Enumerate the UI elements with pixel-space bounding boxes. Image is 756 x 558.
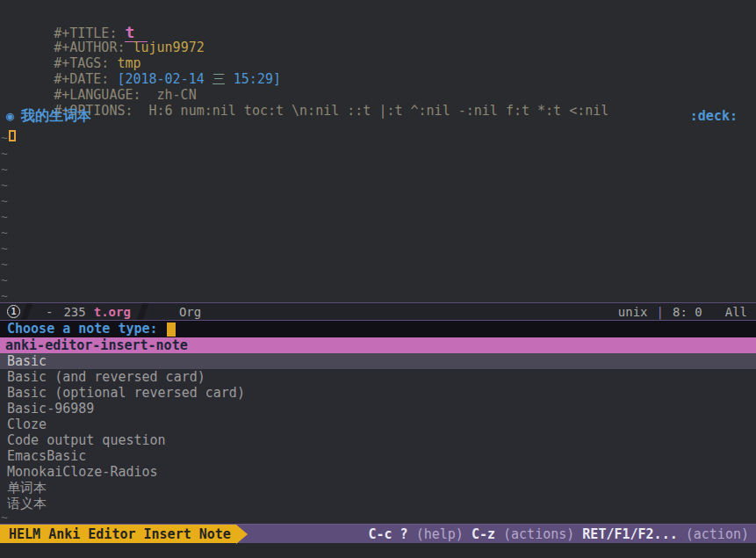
org-buffer-window[interactable]: #+TITLE:t #+AUTHOR:lujun9972 #+TAGS:tmp … [0, 0, 756, 302]
tilde-fringe-icon: ~ [1, 226, 8, 239]
helm-candidate[interactable]: Cloze [0, 417, 756, 432]
helm-mode-title: HELM Anki Editor Insert Note [0, 525, 236, 543]
hint-desc: (actions) [503, 526, 574, 542]
helm-candidate[interactable]: Code output question [0, 432, 756, 448]
helm-key-hints: C-c ? (help) C-z (actions) RET/F1/F2... … [369, 525, 756, 543]
org-keyword: #+AUTHOR: [54, 40, 125, 55]
tilde-fringe-icon: ~ [1, 289, 8, 302]
helm-modeline: HELM Anki Editor Insert Note C-c ? (help… [0, 524, 756, 543]
org-keyword: #+LANGUAGE: [54, 87, 140, 103]
powerline-arrow-icon [236, 525, 248, 544]
helm-prompt[interactable]: Choose a note type: [0, 321, 756, 337]
tilde-fringe-icon: ~ [1, 210, 8, 223]
buffer-size: 235 [63, 305, 85, 319]
buffer-empty-line: ~ [0, 192, 756, 208]
modeline-separator [136, 303, 148, 320]
helm-candidate[interactable]: Basic-96989 [0, 401, 756, 417]
buffer-empty-line: ~ [0, 177, 756, 192]
org-author-value: lujun9972 [133, 40, 204, 55]
helm-candidate-selected[interactable]: Basic [0, 353, 756, 369]
echo-area[interactable] [0, 543, 756, 558]
tilde-fringe-icon: ~ [1, 194, 8, 207]
helm-candidate[interactable]: MonokaiCloze-Radios [0, 464, 756, 480]
buffer-name[interactable]: t.org [94, 305, 131, 319]
tilde-fringe-icon: ~ [1, 147, 8, 160]
buffer-empty-line: ~ [0, 272, 756, 287]
tilde-fringe-icon: ~ [1, 163, 8, 176]
org-options-value: H:6 num:nil toc:t \n:nil ::t |:t ^:nil -… [149, 103, 609, 119]
headline-tag: :deck: [690, 108, 756, 124]
buffer-empty-line: ~ [0, 511, 756, 524]
org-date-value: [2018-02-14 [117, 71, 212, 87]
emacs-frame: #+TITLE:t #+AUTHOR:lujun9972 #+TAGS:tmp … [0, 0, 756, 558]
org-language-value: zh-CN [157, 87, 197, 103]
tilde-fringe-icon: ~ [1, 242, 8, 255]
encoding-indicator[interactable]: unix [618, 305, 648, 319]
hint-key: C-z [472, 526, 495, 542]
text-cursor [9, 130, 16, 141]
helm-candidate[interactable]: EmacsBasic [0, 448, 756, 464]
modeline-divider: | [657, 305, 664, 319]
scroll-position-indicator: All [725, 305, 756, 319]
hint-desc: (action) [686, 526, 749, 542]
org-modeline: 1 - 235 t.org Org unix | 8: 0 All [0, 302, 756, 321]
buffer-empty-line: ~ [0, 256, 756, 272]
helm-prompt-label: Choose a note type: [7, 321, 158, 337]
helm-candidate[interactable]: Basic (and reversed card) [0, 369, 756, 385]
tilde-fringe-icon: ~ [1, 511, 8, 524]
org-tags-value: tmp [117, 55, 140, 71]
buffer-empty-line: ~ [0, 208, 756, 224]
buffer-empty-line: ~ [0, 224, 756, 240]
helm-source-header: anki-editor-insert-note [0, 337, 756, 353]
major-mode[interactable]: Org [179, 305, 201, 319]
org-meta-line-title[interactable]: #+TITLE:t [0, 4, 756, 24]
org-keyword: #+TAGS: [54, 55, 109, 71]
buffer-empty-line: ~ [0, 145, 756, 161]
buffer-empty-line[interactable]: ~ [0, 129, 756, 145]
buffer-empty-line: ~ [0, 240, 756, 256]
modeline-separator [21, 303, 33, 320]
modified-indicator: - [46, 305, 53, 319]
headline-title: 我的生词本 [21, 107, 91, 126]
tilde-fringe-icon: ~ [1, 178, 8, 192]
input-cursor [167, 322, 176, 337]
buffer-empty-line: ~ [0, 161, 756, 177]
org-date-weekday: 三 [212, 71, 226, 87]
hint-key: C-c ? [369, 526, 408, 542]
line-column-indicator: 8: 0 [673, 305, 702, 319]
tilde-fringe-icon: ~ [1, 131, 8, 144]
buffer-empty-line: ~ [0, 287, 756, 302]
headline-bullet-icon: ◉ [6, 108, 14, 124]
org-keyword: #+DATE: [54, 71, 109, 87]
tilde-fringe-icon: ~ [1, 273, 8, 286]
helm-window: Choose a note type: anki-editor-insert-n… [0, 321, 756, 524]
org-date-time: 15:29] [226, 71, 281, 87]
helm-candidate[interactable]: 语义本 [0, 496, 756, 511]
window-number-badge: 1 [7, 305, 20, 318]
helm-candidate[interactable]: Basic (optional reversed card) [0, 385, 756, 401]
hint-desc: (help) [416, 526, 464, 542]
hint-key: RET/F1/F2... [582, 526, 677, 542]
helm-candidate[interactable]: 单词本 [0, 480, 756, 496]
tilde-fringe-icon: ~ [1, 257, 8, 271]
